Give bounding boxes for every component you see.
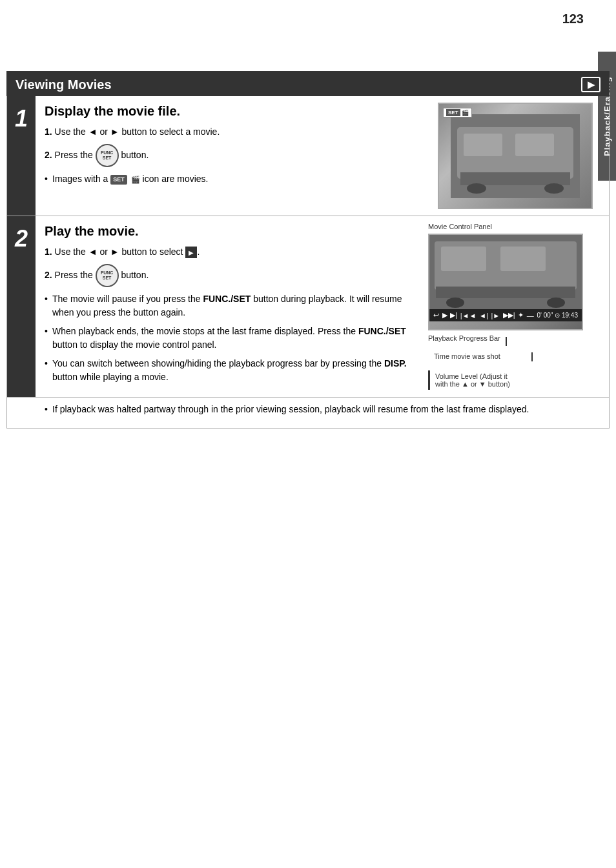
movie-icon-label: 🎬: [462, 110, 469, 116]
train-svg-2: [429, 235, 582, 309]
bottom-bullet-text: If playback was halted partway through i…: [45, 403, 600, 416]
step1-bullet: Images with a SET 🎬 icon are movies.: [45, 172, 413, 186]
movie-icon: 🎬: [131, 176, 140, 183]
volume-line: [428, 370, 430, 390]
ctrl-start[interactable]: |◄◄: [460, 312, 477, 319]
playback-progress-label: Playback Progress Bar: [428, 334, 500, 342]
progress-annotations: Playback Progress Bar Time movie was sho…: [428, 333, 583, 361]
step2-inst2-num: 2.: [45, 270, 52, 280]
volume-section: Volume Level (Adjust it with the ▲ or ▼ …: [428, 370, 583, 390]
step2-block: 2 Play the movie. 1. Use the ◄ or ► butt…: [7, 216, 609, 428]
volume-label-text: Volume Level (Adjust it with the ▲ or ▼ …: [435, 372, 510, 388]
step1-right: SET 🎬: [422, 96, 609, 216]
set-label-img1: SET 🎬: [443, 108, 472, 117]
step2-instruction2: 2. Press the FUNCSET button.: [45, 264, 413, 287]
section-header: Viewing Movies ▶: [6, 73, 610, 96]
step2-inst1-num: 1.: [45, 247, 52, 257]
step2-number: 2: [7, 216, 36, 397]
step1-instruction2: 2. Press the FUNCSET button.: [45, 144, 413, 167]
svg-rect-15: [429, 235, 582, 309]
ctrl-next[interactable]: |►: [491, 312, 500, 319]
svg-rect-7: [451, 114, 580, 198]
ctrl-end[interactable]: ▶▶|: [503, 311, 515, 319]
step1-number: 1: [7, 96, 36, 216]
step2-title: Play the movie.: [45, 224, 413, 239]
bottom-bullet: If playback was halted partway through i…: [7, 397, 609, 428]
step2-bullet1: The movie will pause if you press the FU…: [45, 292, 413, 319]
step1-instruction1: 1. Use the ◄ or ► button to select a mov…: [45, 125, 413, 139]
ctrl-next-frame[interactable]: ▶|: [450, 311, 457, 319]
ctrl-star[interactable]: ✦: [518, 311, 524, 319]
play-select-icon: ▶: [185, 247, 197, 258]
func-set-button-1: FUNCSET: [96, 144, 119, 167]
movie-control-bar: ↩ ▶ ▶| |◄◄ ◄| |► ▶▶| ✦ — 0' 00" ⊙ 19:43: [429, 309, 582, 321]
ctrl-cut[interactable]: —: [527, 312, 534, 319]
content-area: 1 Display the movie file. 1. Use the ◄ o…: [6, 96, 610, 429]
ctrl-prev[interactable]: ◄|: [479, 312, 488, 319]
train-image-2: ↩ ▶ ▶| |◄◄ ◄| |► ▶▶| ✦ — 0' 00" ⊙ 19:43: [428, 234, 583, 330]
step2-right: Movie Control Panel: [422, 216, 609, 397]
movie-control-label: Movie Control Panel: [428, 223, 583, 230]
ctrl-back[interactable]: ↩: [433, 311, 439, 319]
train-svg-1: [451, 114, 580, 198]
set-icon-badge: SET: [110, 175, 127, 185]
train-image-1: SET 🎬: [438, 103, 593, 209]
step2-content: Play the movie. 1. Use the ◄ or ► button…: [36, 216, 422, 397]
time-display: 0' 00" ⊙ 19:43: [537, 312, 578, 319]
func-set-button-2: FUNCSET: [96, 264, 119, 287]
step2-bullet2: When playback ends, the movie stops at t…: [45, 325, 413, 352]
step1-content: Display the movie file. 1. Use the ◄ or …: [36, 96, 422, 216]
step1-inst1-num: 1.: [45, 126, 52, 137]
step1-block: 1 Display the movie file. 1. Use the ◄ o…: [7, 96, 609, 216]
set-text: SET: [446, 109, 460, 116]
time-label: Time movie was shot: [434, 352, 500, 360]
step1-inst2-num: 2.: [45, 150, 52, 160]
step1-title: Display the movie file.: [45, 104, 413, 119]
main-content: Viewing Movies ▶ 1 Display the movie fil…: [0, 0, 616, 868]
ctrl-play[interactable]: ▶: [442, 311, 447, 319]
step2-bullet3: You can switch between showing/hiding th…: [45, 357, 413, 384]
page: 123 Playback/Erasing Viewing Movies ▶ 1 …: [0, 0, 616, 868]
step2-instruction1: 1. Use the ◄ or ► button to select ▶.: [45, 245, 413, 259]
playback-mode-icon: ▶: [581, 77, 601, 92]
section-title: Viewing Movies: [15, 77, 112, 92]
